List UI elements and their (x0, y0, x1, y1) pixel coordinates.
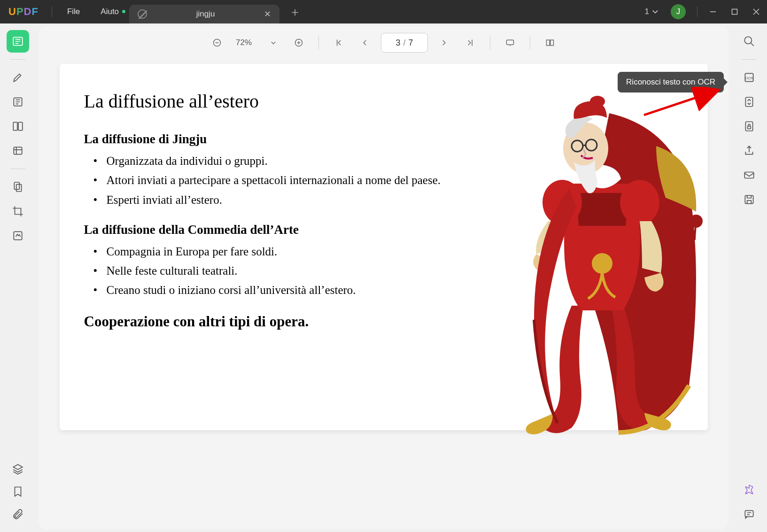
prev-page-button[interactable] (356, 34, 372, 51)
svg-point-21 (590, 96, 605, 107)
window-count-value: 1 (645, 7, 649, 16)
ocr-tooltip: Riconosci testo con OCR (618, 72, 724, 93)
ocr-button[interactable]: OCR (738, 66, 760, 89)
divider (697, 7, 697, 17)
divider (10, 59, 25, 60)
share-button[interactable] (738, 139, 760, 162)
annotate-tool-button[interactable] (7, 91, 29, 113)
svg-rect-6 (14, 182, 19, 189)
svg-rect-11 (507, 40, 514, 45)
page-separator: / (403, 38, 406, 48)
svg-rect-12 (547, 40, 550, 46)
redact-tool-button[interactable] (7, 224, 29, 247)
crop-tool-button[interactable] (7, 200, 29, 223)
attachment-button[interactable] (7, 503, 29, 525)
svg-rect-27 (748, 126, 751, 129)
layers-button[interactable] (7, 458, 29, 480)
highlight-tool-button[interactable] (7, 66, 29, 89)
notification-dot (122, 10, 125, 13)
minimize-button[interactable] (702, 0, 724, 23)
svg-rect-28 (744, 172, 754, 178)
user-avatar[interactable]: J (671, 4, 686, 19)
divider (52, 7, 52, 17)
menu-help-label: Aiuto (101, 7, 119, 16)
protect-button[interactable] (738, 115, 760, 138)
svg-rect-0 (732, 9, 737, 15)
document-area: 72% 3 / 7 La diffusione all’estero La di… (39, 26, 728, 529)
svg-point-15 (592, 253, 612, 274)
total-pages: 7 (409, 38, 413, 48)
svg-rect-30 (745, 510, 753, 517)
svg-rect-7 (16, 185, 22, 192)
close-window-button[interactable] (745, 0, 767, 23)
last-page-button[interactable] (462, 34, 479, 51)
svg-rect-25 (745, 97, 752, 107)
bookmark-button[interactable] (7, 480, 29, 503)
divider (530, 36, 530, 49)
svg-rect-3 (13, 122, 17, 130)
app-logo: UPDF (0, 6, 47, 18)
comment-button[interactable] (738, 503, 760, 525)
maximize-button[interactable] (724, 0, 745, 23)
svg-rect-13 (550, 40, 554, 46)
edit-text-button[interactable] (7, 115, 29, 138)
window-count-dropdown[interactable]: 1 (639, 7, 664, 16)
first-page-button[interactable] (330, 34, 347, 51)
menu-help[interactable]: Aiuto (90, 7, 129, 16)
save-button[interactable] (738, 188, 760, 211)
search-button[interactable] (738, 30, 760, 53)
form-tool-button[interactable] (7, 139, 29, 162)
organize-pages-button[interactable] (7, 176, 29, 198)
close-tab-icon[interactable]: ✕ (264, 9, 271, 19)
top-toolbar: 72% 3 / 7 (39, 26, 728, 59)
character-illustration (501, 85, 703, 442)
divider (490, 36, 490, 49)
right-toolbar: OCR (731, 23, 767, 532)
next-page-button[interactable] (436, 34, 453, 51)
tab-file-icon (138, 9, 147, 19)
zoom-level: 72% (234, 38, 254, 47)
left-bottom-group (7, 458, 29, 525)
reader-mode-button[interactable] (7, 30, 29, 53)
menu-file[interactable]: File (57, 7, 90, 16)
divider (742, 59, 757, 60)
svg-text:OCR: OCR (745, 76, 753, 80)
svg-rect-8 (14, 231, 22, 239)
convert-button[interactable] (738, 91, 760, 113)
left-toolbar (0, 23, 36, 532)
app-body: 72% 3 / 7 La diffusione all’estero La di… (0, 23, 767, 532)
document-canvas[interactable]: La diffusione all’estero La diffusione d… (39, 59, 728, 529)
compare-view-button[interactable] (542, 34, 558, 51)
svg-point-22 (744, 37, 752, 44)
document-tab[interactable]: jingju ✕ (129, 5, 279, 23)
page-indicator[interactable]: 3 / 7 (381, 33, 428, 53)
divider (318, 36, 319, 49)
chevron-down-icon (652, 8, 659, 15)
svg-rect-4 (18, 122, 23, 130)
svg-rect-5 (14, 147, 22, 154)
zoom-out-button[interactable] (209, 34, 225, 51)
svg-point-17 (620, 180, 659, 225)
svg-rect-29 (745, 195, 753, 203)
divider (10, 169, 25, 169)
new-tab-button[interactable]: ＋ (279, 4, 310, 20)
email-button[interactable] (738, 164, 760, 186)
presentation-button[interactable] (502, 34, 519, 51)
pdf-page: La diffusione all’estero La diffusione d… (60, 64, 708, 430)
titlebar: UPDF File Aiuto jingju ✕ ＋ 1 J (0, 0, 767, 23)
ai-assistant-button[interactable] (738, 478, 760, 501)
current-page: 3 (395, 38, 400, 48)
zoom-dropdown[interactable] (265, 34, 282, 51)
zoom-in-button[interactable] (290, 34, 307, 51)
tab-label: jingju (154, 9, 257, 19)
